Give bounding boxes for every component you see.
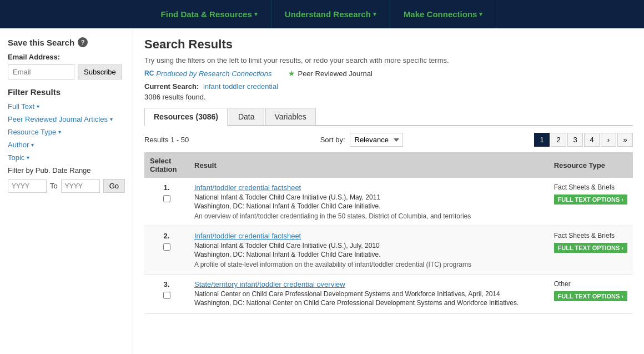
result-desc-2: A profile of state-level information on … xyxy=(194,261,543,268)
save-search-section: Save this Search ? xyxy=(8,37,125,47)
date-go-button[interactable]: Go xyxy=(103,179,125,193)
table-row: 3. State/territory infant/toddler creden… xyxy=(144,275,633,314)
full-text-filter-arrow: ▾ xyxy=(37,103,39,109)
page-layout: Save this Search ? Email Address: Subscr… xyxy=(0,28,644,354)
result-checkbox-1[interactable] xyxy=(163,195,170,202)
resource-type-cell-3: Other FULL TEXT OPTIONS › xyxy=(549,275,633,314)
col-select-header: Select Citation xyxy=(144,152,189,178)
author-filter-arrow: ▾ xyxy=(31,142,34,148)
author-filter-label: Author xyxy=(8,141,29,149)
page-title: Search Results xyxy=(144,37,633,52)
email-input[interactable] xyxy=(8,64,74,79)
current-search-label: Current Search: xyxy=(144,82,199,91)
date-range-label: Filter by Pub. Date Range xyxy=(8,166,125,174)
result-desc-1: An overview of infant/toddler credential… xyxy=(194,212,543,220)
table-row: 1. Infant/toddler credential factsheet N… xyxy=(144,178,633,226)
result-checkbox-3[interactable] xyxy=(163,292,170,299)
subscribe-button[interactable]: Subscribe xyxy=(78,64,122,79)
variables-tab[interactable]: Variables xyxy=(265,108,316,125)
current-search: Current Search: infant toddler credentia… xyxy=(144,82,633,91)
nav-understand-research[interactable]: Understand Research ▾ xyxy=(271,0,390,28)
result-meta2-2: Washington, DC: National Infant & Toddle… xyxy=(194,251,543,258)
nav-make-connections[interactable]: Make Connections ▾ xyxy=(390,0,497,28)
nav-find-data[interactable]: Find Data & Resources ▾ xyxy=(148,0,271,28)
main-content: Search Results Try using the filters on … xyxy=(133,28,644,354)
rc-prefix: RC xyxy=(144,69,154,77)
date-to-label: To xyxy=(50,182,58,190)
date-from-input[interactable] xyxy=(8,180,47,193)
save-search-label: Save this Search xyxy=(8,38,74,47)
rc-label: Produced by Research Connections xyxy=(156,69,271,78)
topic-filter-arrow: ▾ xyxy=(27,154,29,161)
topic-filter-label: Topic xyxy=(8,153,24,162)
top-navigation: Find Data & Resources ▾ Understand Resea… xyxy=(0,0,644,28)
resource-type-label-3: Other xyxy=(554,280,627,288)
result-meta1-2: National Infant & Toddler Child Care Ini… xyxy=(194,242,543,250)
next-page-button[interactable]: › xyxy=(601,133,616,147)
table-row: 2. Infant/toddler credential factsheet N… xyxy=(144,226,633,275)
results-range: Results 1 - 50 xyxy=(144,136,189,144)
result-meta2-1: Washington, DC: National Infant & Toddle… xyxy=(194,202,543,210)
sidebar: Save this Search ? Email Address: Subscr… xyxy=(0,28,133,354)
resource-type-filter-arrow: ▾ xyxy=(58,129,61,135)
legend-row: RC Produced by Research Connections ★ Pe… xyxy=(144,69,633,78)
date-range-row: To Go xyxy=(8,179,125,193)
resource-type-filter[interactable]: Resource Type ▾ xyxy=(8,128,125,136)
star-icon: ★ xyxy=(288,69,295,78)
rc-legend: RC Produced by Research Connections xyxy=(144,69,271,78)
nav-understand-research-label: Understand Research xyxy=(285,9,371,19)
nav-find-data-arrow: ▾ xyxy=(254,11,258,18)
data-tab[interactable]: Data xyxy=(229,108,264,125)
result-content-1: Infant/toddler credential factsheet Nati… xyxy=(189,178,549,226)
peer-legend: ★ Peer Reviewed Journal xyxy=(288,69,372,78)
result-link-2[interactable]: Infant/toddler credential factsheet xyxy=(194,232,543,240)
full-text-filter-label: Full Text xyxy=(8,102,34,111)
col-result-header: Result xyxy=(189,152,549,178)
resource-type-label-1: Fact Sheets & Briefs xyxy=(554,183,627,191)
result-meta1-1: National Infant & Toddler Child Care Ini… xyxy=(194,193,543,201)
resources-tab[interactable]: Resources (3086) xyxy=(144,108,228,126)
resource-type-filter-label: Resource Type xyxy=(8,128,56,136)
date-to-input[interactable] xyxy=(61,180,100,193)
resource-type-cell-2: Fact Sheets & Briefs FULL TEXT OPTIONS › xyxy=(549,226,633,275)
filter-results-title: Filter Results xyxy=(8,87,125,97)
sort-label: Sort by: xyxy=(320,136,345,144)
result-link-3[interactable]: State/territory infant/toddler credentia… xyxy=(194,280,543,288)
resource-type-cell-1: Fact Sheets & Briefs FULL TEXT OPTIONS › xyxy=(549,178,633,226)
resource-type-label-2: Fact Sheets & Briefs xyxy=(554,232,627,240)
author-filter[interactable]: Author ▾ xyxy=(8,141,125,149)
page-3-button[interactable]: 3 xyxy=(567,133,583,147)
nav-understand-research-arrow: ▾ xyxy=(373,11,376,18)
full-text-button-1[interactable]: FULL TEXT OPTIONS › xyxy=(554,195,627,205)
result-checkbox-2[interactable] xyxy=(163,243,170,251)
full-text-button-2[interactable]: FULL TEXT OPTIONS › xyxy=(554,243,627,253)
page-1-button[interactable]: 1 xyxy=(534,133,550,147)
result-content-3: State/territory infant/toddler credentia… xyxy=(189,275,549,314)
nav-make-connections-arrow: ▾ xyxy=(479,11,482,18)
nav-make-connections-label: Make Connections xyxy=(404,9,477,19)
nav-find-data-label: Find Data & Resources xyxy=(161,9,252,19)
tabs: Resources (3086) Data Variables xyxy=(144,108,633,126)
peer-reviewed-filter-label: Peer Reviewed Journal Articles xyxy=(8,115,108,123)
current-search-value: infant toddler credential xyxy=(203,82,278,91)
hint-text: Try using the filters on the left to lim… xyxy=(144,56,633,64)
full-text-filter[interactable]: Full Text ▾ xyxy=(8,102,125,111)
topic-filter[interactable]: Topic ▾ xyxy=(8,153,125,162)
email-row: Subscribe xyxy=(8,64,125,79)
sort-select[interactable]: Relevance Date Title xyxy=(350,133,403,147)
page-4-button[interactable]: 4 xyxy=(584,133,600,147)
page-2-button[interactable]: 2 xyxy=(551,133,566,147)
result-num-1: 1. xyxy=(150,183,183,192)
select-cell-2: 2. xyxy=(144,226,189,275)
result-link-1[interactable]: Infant/toddler credential factsheet xyxy=(194,183,543,192)
peer-reviewed-filter[interactable]: Peer Reviewed Journal Articles ▾ xyxy=(8,115,125,123)
result-content-2: Infant/toddler credential factsheet Nati… xyxy=(189,226,549,275)
full-text-button-3[interactable]: FULL TEXT OPTIONS › xyxy=(554,291,627,301)
select-cell-1: 1. xyxy=(144,178,189,226)
email-label: Email Address: xyxy=(8,53,125,61)
pagination: 1 2 3 4 › » xyxy=(534,133,633,147)
peer-label: Peer Reviewed Journal xyxy=(298,69,372,78)
last-page-button[interactable]: » xyxy=(617,133,633,147)
help-icon[interactable]: ? xyxy=(78,37,88,47)
result-meta1-3: National Center on Child Care Profession… xyxy=(194,290,543,298)
